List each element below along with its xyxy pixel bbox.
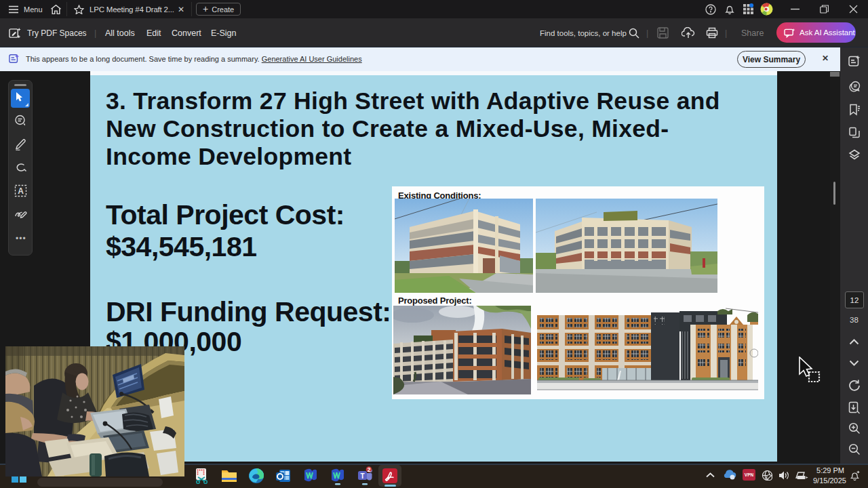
svg-text:2: 2 xyxy=(368,466,371,473)
svg-text:A: A xyxy=(18,186,24,196)
svg-text:T: T xyxy=(360,472,364,480)
